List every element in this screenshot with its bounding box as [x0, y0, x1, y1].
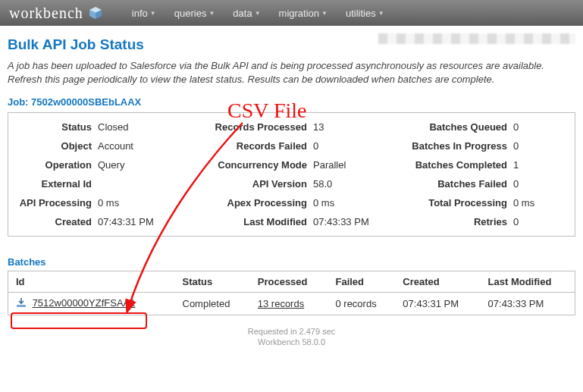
table-row: 7512w00000YZfFSAA1 Completed 13 records …	[8, 293, 575, 315]
chevron-down-icon: ▼	[378, 10, 384, 17]
kv-batches-failed: Batches Failed0	[389, 174, 572, 193]
processed-records-link[interactable]: 13 records	[258, 298, 304, 309]
cell-created: 07:43:31 PM	[395, 293, 480, 315]
brand-text: workbench	[9, 5, 83, 22]
redacted-area	[378, 33, 575, 44]
kv-api-processing: API Processing0 ms	[11, 193, 194, 212]
svg-rect-3	[17, 305, 26, 307]
nav-migration[interactable]: migration▼	[271, 3, 335, 24]
th-failed: Failed	[328, 271, 395, 293]
kv-external-id: External Id	[11, 174, 194, 193]
batches-title: Batches	[8, 256, 575, 268]
footer-line1: Requested in 2.479 sec	[8, 326, 575, 337]
job-col-1: StatusClosed ObjectAccount OperationQuer…	[11, 118, 194, 231]
th-status: Status	[175, 271, 250, 293]
job-details-box: StatusClosed ObjectAccount OperationQuer…	[8, 112, 575, 237]
batch-id-link[interactable]: 7512w00000YZfFSAA1	[33, 297, 136, 309]
nav-utilities[interactable]: utilities▼	[338, 3, 392, 24]
kv-status: StatusClosed	[11, 118, 194, 136]
th-created: Created	[395, 271, 480, 293]
batches-table: Id Status Processed Failed Created Last …	[8, 271, 575, 315]
kv-total-processing: Total Processing0 ms	[389, 193, 572, 212]
footer-line2: Workbench 58.0.0	[8, 337, 575, 347]
table-header-row: Id Status Processed Failed Created Last …	[8, 271, 575, 293]
cell-status: Completed	[175, 293, 250, 315]
job-col-3: Batches Queued0 Batches In Progress0 Bat…	[389, 118, 572, 231]
nav-label: utilities	[346, 8, 376, 19]
chevron-down-icon: ▼	[208, 10, 215, 17]
footer: Requested in 2.479 sec Workbench 58.0.0	[8, 326, 575, 348]
kv-object: ObjectAccount	[11, 136, 194, 155]
kv-operation: OperationQuery	[11, 155, 194, 174]
kv-concurrency: Concurrency ModeParallel	[200, 155, 383, 174]
cell-failed: 0 records	[328, 293, 395, 315]
chevron-down-icon: ▼	[150, 10, 156, 17]
nav-queries[interactable]: queries▼	[167, 3, 223, 24]
job-col-2: Records Processed13 Records Failed0 Conc…	[200, 118, 383, 231]
kv-last-modified: Last Modified07:43:33 PM	[200, 212, 383, 231]
nav-label: data	[233, 8, 252, 19]
nav-label: migration	[279, 8, 319, 19]
cube-icon	[88, 5, 103, 20]
kv-batches-in-progress: Batches In Progress0	[389, 136, 572, 155]
kv-apex-processing: Apex Processing0 ms	[200, 193, 383, 212]
kv-records-processed: Records Processed13	[200, 118, 383, 136]
th-id: Id	[8, 271, 175, 293]
top-navbar: workbench info▼ queries▼ data▼ migration…	[0, 0, 583, 26]
cell-modified: 07:43:33 PM	[481, 293, 575, 315]
nav-info[interactable]: info▼	[124, 3, 164, 24]
th-processed: Processed	[250, 271, 328, 293]
intro-text: A job has been uploaded to Salesforce vi…	[8, 59, 575, 86]
nav-data[interactable]: data▼	[225, 3, 268, 24]
nav-label: info	[132, 8, 148, 19]
kv-api-version: API Version58.0	[200, 174, 383, 193]
job-id-header: Job: 7502w00000SBEbLAAX	[8, 96, 575, 108]
download-icon[interactable]	[16, 297, 27, 310]
kv-retries: Retries0	[389, 212, 572, 231]
nav-label: queries	[174, 8, 207, 19]
chevron-down-icon: ▼	[321, 10, 328, 17]
kv-batches-queued: Batches Queued0	[389, 118, 572, 136]
kv-created: Created07:43:31 PM	[11, 212, 194, 231]
th-modified: Last Modified	[481, 271, 575, 293]
brand[interactable]: workbench	[9, 5, 103, 22]
kv-batches-completed: Batches Completed1	[389, 155, 572, 174]
kv-records-failed: Records Failed0	[200, 136, 383, 155]
chevron-down-icon: ▼	[255, 10, 261, 17]
